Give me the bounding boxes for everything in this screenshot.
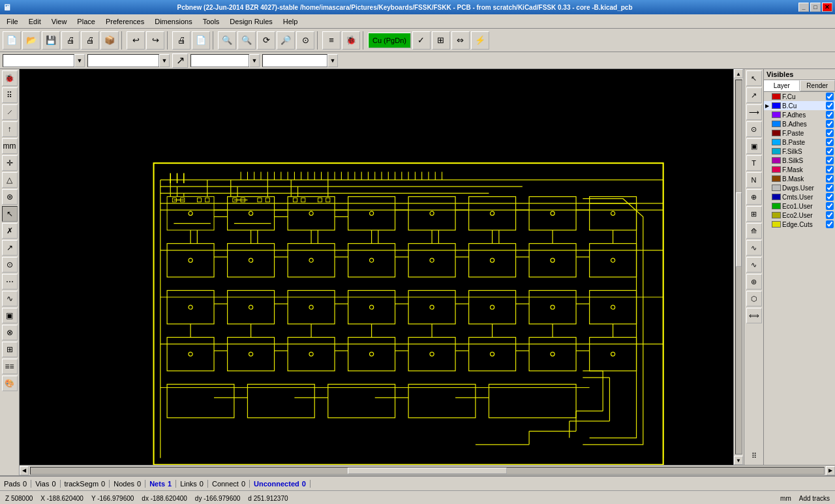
- vscroll-track[interactable]: [735, 80, 742, 454]
- layer-visibility-checkbox[interactable]: [826, 184, 834, 192]
- layer-visibility-checkbox[interactable]: [826, 220, 834, 228]
- drag-grip[interactable]: ⠿: [746, 448, 762, 464]
- left-tool-zoom-in2[interactable]: ↑: [2, 121, 18, 137]
- zoom-dropdown[interactable]: Zoom 508000 ▼: [262, 54, 338, 67]
- left-tool-tool8[interactable]: ⊞: [2, 342, 18, 357]
- window-controls[interactable]: _ □ ✕: [798, 3, 832, 12]
- right-tool-add-target[interactable]: ⊕: [746, 189, 762, 205]
- toolbar-btn-extra-2[interactable]: ⇔: [451, 31, 470, 50]
- layer-visibility-checkbox[interactable]: [826, 193, 834, 201]
- toolbar-btn-14[interactable]: 🔍: [237, 31, 256, 50]
- zoom-arrow[interactable]: ▼: [327, 54, 338, 67]
- scroll-up-btn[interactable]: ▲: [734, 69, 743, 78]
- toolbar-btn-13[interactable]: 🔍: [218, 31, 236, 50]
- scroll-left-btn[interactable]: ◀: [20, 466, 29, 475]
- toolbar-btn-5[interactable]: 📦: [100, 31, 119, 50]
- left-tool-grid-dots[interactable]: ⠿: [2, 87, 18, 103]
- layer-row-f-adhes[interactable]: F.Adhes: [764, 110, 835, 119]
- left-tool-tool4[interactable]: ⋯: [2, 274, 18, 289]
- layer-row-cmts-user[interactable]: Cmts.User: [764, 192, 835, 201]
- left-tool-delete[interactable]: ✗: [2, 223, 18, 239]
- layer-row-eco2-user[interactable]: Eco2.User: [764, 211, 835, 220]
- layer-visibility-checkbox[interactable]: [826, 175, 834, 183]
- menu-item-preferences[interactable]: Preferences: [100, 16, 149, 27]
- track-input[interactable]: Track 0.254 mm *: [3, 54, 74, 67]
- right-tool-add-via[interactable]: ⊙: [746, 121, 762, 137]
- layer-visibility-checkbox[interactable]: [826, 138, 834, 146]
- left-tool-measure[interactable]: ↗: [2, 240, 18, 256]
- vscroll-thumb[interactable]: [736, 192, 742, 267]
- left-tool-tool3[interactable]: ⊙: [2, 257, 18, 273]
- left-tool-ratsnest[interactable]: ⟋: [2, 104, 18, 120]
- menu-item-place[interactable]: Place: [72, 16, 100, 27]
- right-tool-grid-array[interactable]: ⊞: [746, 206, 762, 222]
- layer-visibility-checkbox[interactable]: [826, 166, 834, 173]
- left-tool-tool10[interactable]: 🎨: [2, 376, 18, 391]
- toolbar-btn-extra-1[interactable]: ⊞: [432, 31, 450, 50]
- layer-row-edge-cuts[interactable]: Edge.Cuts: [764, 220, 835, 229]
- menu-item-dimensions[interactable]: Dimensions: [149, 16, 197, 27]
- menu-item-help[interactable]: Help: [278, 16, 303, 27]
- layer-row-b-cu[interactable]: ▶B.Cu: [764, 101, 835, 110]
- left-tool-units-mm[interactable]: mm: [2, 138, 18, 154]
- via-arrow[interactable]: ▼: [159, 54, 170, 67]
- toolbar-btn-extra-0[interactable]: ✓: [412, 31, 431, 50]
- hscroll-thumb[interactable]: [348, 467, 506, 474]
- right-tool-router-single[interactable]: ⟶: [746, 104, 762, 120]
- layer-row-eco1-user[interactable]: Eco1.User: [764, 201, 835, 211]
- layer-row-f-mask[interactable]: F.Mask: [764, 165, 835, 174]
- toolbar-btn-17[interactable]: ⊙: [296, 31, 314, 50]
- toolbar-btn-4[interactable]: 🖨: [81, 31, 99, 50]
- layer-visibility-checkbox[interactable]: [826, 120, 834, 128]
- layer-row-f-cu[interactable]: F.Cu: [764, 92, 835, 101]
- right-tool-expand[interactable]: ⟺: [746, 308, 762, 323]
- right-tool-barrel[interactable]: ⬡: [746, 291, 762, 306]
- layer-visibility-checkbox[interactable]: [826, 202, 834, 210]
- layer-row-b-adhes[interactable]: B.Adhes: [764, 119, 835, 128]
- left-tool-tool9[interactable]: ≡≡: [2, 359, 18, 374]
- layer-row-dwgs-user[interactable]: Dwgs.User: [764, 183, 835, 192]
- right-tool-route-meander3[interactable]: ⊛: [746, 274, 762, 289]
- toolbar-btn-2[interactable]: 💾: [42, 31, 60, 50]
- toolbar-btn-20[interactable]: 🐞: [342, 31, 360, 50]
- toolbar-btn-15[interactable]: ⟳: [257, 31, 275, 50]
- left-tool-tool5[interactable]: ∿: [2, 291, 18, 306]
- right-tool-add-dimension[interactable]: N: [746, 172, 762, 188]
- grid-input[interactable]: Grid: 0.0254: [190, 54, 249, 67]
- right-tool-route-diff[interactable]: ⟰: [746, 223, 762, 239]
- right-tool-route-meander2[interactable]: ∿: [746, 257, 762, 273]
- left-tool-select[interactable]: ↖: [2, 206, 18, 222]
- menu-item-tools[interactable]: Tools: [198, 16, 225, 27]
- layer-visibility-checkbox[interactable]: [826, 211, 834, 219]
- layer-row-f-paste[interactable]: F.Paste: [764, 128, 835, 138]
- track-arrow[interactable]: ▼: [74, 54, 85, 67]
- toolbar-btn-3[interactable]: 🖨: [61, 31, 80, 50]
- layer-row-b-paste[interactable]: B.Paste: [764, 138, 835, 147]
- left-tool-highlight[interactable]: 🐞: [2, 70, 18, 86]
- maximize-button[interactable]: □: [810, 3, 821, 12]
- left-tool-cursor-full[interactable]: ✛: [2, 155, 18, 171]
- toolbar-btn-extra-3[interactable]: ⚡: [471, 31, 489, 50]
- tab-layer[interactable]: Layer: [764, 80, 800, 91]
- layer-visibility-checkbox[interactable]: [826, 147, 834, 155]
- menu-item-view[interactable]: View: [46, 16, 72, 27]
- zoom-input[interactable]: Zoom 508000: [262, 54, 327, 67]
- right-tool-select-arrow[interactable]: ↖: [746, 70, 762, 86]
- right-tool-router-interactive[interactable]: ↗: [746, 87, 762, 103]
- toolbar-btn-10[interactable]: 🖨: [172, 31, 190, 50]
- layer-visibility-checkbox[interactable]: [826, 102, 834, 110]
- minimize-button[interactable]: _: [798, 3, 809, 12]
- layer-visibility-checkbox[interactable]: [826, 93, 834, 100]
- menu-item-file[interactable]: File: [1, 16, 23, 27]
- grid-arrow[interactable]: ▼: [249, 54, 260, 67]
- toolbar-btn-1[interactable]: 📂: [22, 31, 40, 50]
- toolbar-btn-7[interactable]: ↩: [127, 31, 145, 50]
- close-button[interactable]: ✕: [822, 3, 832, 12]
- layer-visibility-checkbox[interactable]: [826, 111, 834, 119]
- toolbar-btn-19[interactable]: ≡: [322, 31, 341, 50]
- layer-row-b-silks[interactable]: B.SilkS: [764, 156, 835, 165]
- right-tool-add-zone[interactable]: ▣: [746, 138, 762, 154]
- right-tool-add-text[interactable]: T: [746, 155, 762, 171]
- pcb-view[interactable]: ▲ ▼: [20, 69, 744, 465]
- vertical-scrollbar[interactable]: ▲ ▼: [733, 69, 744, 465]
